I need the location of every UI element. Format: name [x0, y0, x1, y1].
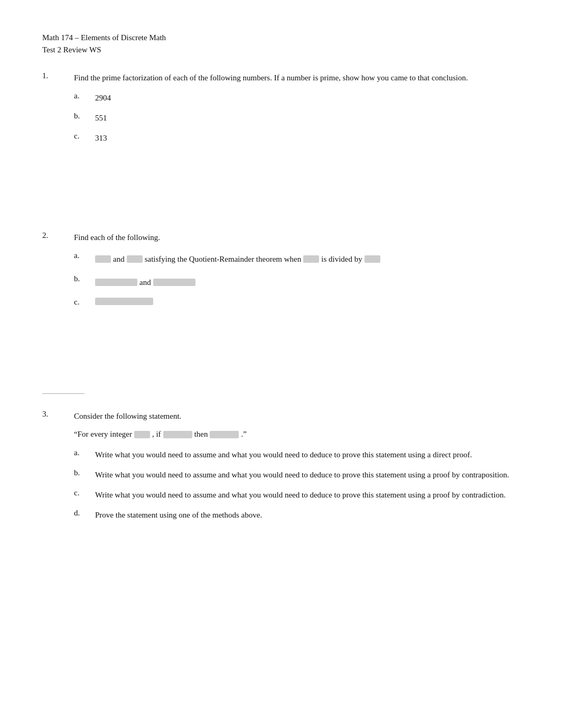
question-2-sub-questions: a. and satisfying the Quotient-Remainder…	[74, 251, 519, 307]
q3-sub-a-letter: a.	[74, 448, 95, 457]
question-2: 2. Find each of the following. a. and sa…	[42, 231, 519, 314]
q2-sub-b: b. and	[74, 274, 519, 290]
q2-sub-b-content: and	[95, 274, 519, 290]
blurred-n	[303, 255, 319, 263]
spacer-2	[42, 330, 519, 393]
q3-sub-c-content: Write what you would need to assume and …	[95, 489, 519, 501]
q3-sub-d: d. Prove the statement using one of the …	[74, 509, 519, 521]
question-3-number: 3.	[42, 410, 74, 529]
q3-sub-b-content: Write what you would need to assume and …	[95, 468, 519, 481]
question-1: 1. Find the prime factorization of each …	[42, 71, 519, 152]
quote-if: , if	[152, 430, 161, 439]
quote-then: then	[194, 430, 208, 439]
blurred-c1	[95, 298, 153, 305]
q2-sub-b-letter: b.	[74, 274, 95, 283]
q3-sub-b-letter: b.	[74, 468, 95, 477]
q1-sub-c: c. 313	[74, 132, 519, 144]
q3-sub-c-letter: c.	[74, 489, 95, 497]
q2-sub-c-content	[95, 298, 519, 305]
blurred-condition	[163, 431, 192, 438]
divider-line	[42, 393, 85, 394]
question-1-sub-questions: a. 2904 b. 551 c. 313	[74, 91, 519, 144]
q2-sub-b-inline: and	[95, 274, 519, 290]
q1-sub-a: a. 2904	[74, 91, 519, 104]
blurred-integer-var	[134, 431, 150, 438]
q1-sub-b-content: 551	[95, 112, 519, 124]
q2-sub-a-inline: and satisfying the Quotient-Remainder th…	[95, 251, 519, 267]
question-3-content: Consider the following statement. “For e…	[74, 410, 519, 529]
q2-sub-a-letter: a.	[74, 251, 95, 260]
header-line2: Test 2 Review WS	[42, 44, 519, 56]
question-3: 3. Consider the following statement. “Fo…	[42, 410, 519, 529]
q1-sub-a-letter: a.	[74, 91, 95, 100]
question-2-number: 2.	[42, 231, 74, 314]
question-2-content: Find each of the following. a. and satis…	[74, 231, 519, 314]
quote-for-every: “For every integer	[74, 430, 132, 439]
question-1-number: 1.	[42, 71, 74, 152]
question-1-content: Find the prime factorization of each of …	[74, 71, 519, 152]
q1-sub-b-letter: b.	[74, 112, 95, 121]
question-1-text: Find the prime factorization of each of …	[74, 71, 519, 84]
q1-sub-b: b. 551	[74, 112, 519, 124]
blurred-conclusion	[210, 431, 239, 438]
document-header: Math 174 – Elements of Discrete Math Tes…	[42, 32, 519, 56]
q2-sub-a: a. and satisfying the Quotient-Remainder…	[74, 251, 519, 267]
blurred-d	[364, 255, 380, 263]
question-3-quote: “For every integer , if then .”	[74, 430, 519, 439]
question-3-text: Consider the following statement.	[74, 410, 519, 422]
blurred-q	[95, 255, 111, 263]
q3-sub-b: b. Write what you would need to assume a…	[74, 468, 519, 481]
q3-sub-a-content: Write what you would need to assume and …	[95, 448, 519, 461]
q2-sub-c-inline	[95, 298, 519, 305]
q3-sub-d-content: Prove the statement using one of the met…	[95, 509, 519, 521]
q1-sub-a-content: 2904	[95, 91, 519, 104]
q3-sub-d-letter: d.	[74, 509, 95, 518]
q2-sub-c-letter: c.	[74, 298, 95, 307]
q2-sub-c: c.	[74, 298, 519, 307]
q3-sub-c: c. Write what you would need to assume a…	[74, 489, 519, 501]
q1-sub-c-content: 313	[95, 132, 519, 144]
is-divided-by-label: is divided by	[321, 251, 362, 267]
satisfying-label: satisfying the Quotient-Remainder theore…	[145, 251, 302, 267]
question-2-text: Find each of the following.	[74, 231, 519, 244]
blurred-b2	[153, 279, 195, 286]
blurred-b1	[95, 279, 137, 286]
and-label: and	[113, 251, 125, 267]
q2-sub-a-content: and satisfying the Quotient-Remainder th…	[95, 251, 519, 267]
blurred-r	[127, 255, 143, 263]
questions-container: 1. Find the prime factorization of each …	[42, 71, 519, 529]
q1-sub-c-letter: c.	[74, 132, 95, 141]
question-3-sub-questions: a. Write what you would need to assume a…	[74, 448, 519, 521]
q3-sub-a: a. Write what you would need to assume a…	[74, 448, 519, 461]
quote-end: .”	[241, 430, 246, 439]
header-line1: Math 174 – Elements of Discrete Math	[42, 32, 519, 44]
spacer-1	[42, 168, 519, 231]
and-label-b: and	[139, 274, 151, 290]
